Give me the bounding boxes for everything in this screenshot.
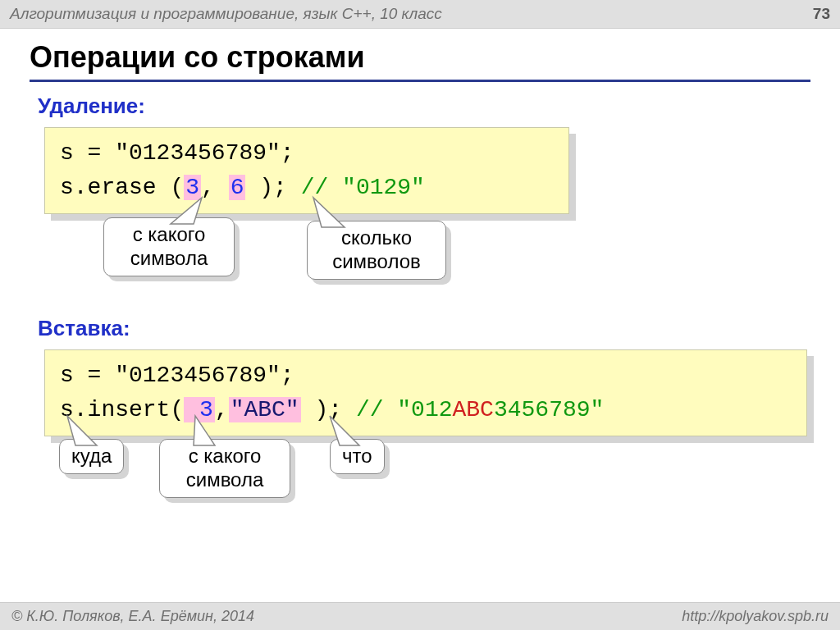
footer-bar: © К.Ю. Поляков, Е.А. Ерёмин, 2014 http:/… xyxy=(0,602,840,630)
course-label: Алгоритмизация и программирование, язык … xyxy=(10,5,442,23)
callout-how-many: сколько символов xyxy=(307,221,446,280)
callout-what: что xyxy=(330,439,385,474)
code-block-erase: s = "0123456789"; s.erase (3, 6 ); // "0… xyxy=(44,127,569,214)
code-line-2: s.erase (3, 6 ); // "0129" xyxy=(60,171,554,205)
footer-authors: © К.Ю. Поляков, Е.А. Ерёмин, 2014 xyxy=(11,608,254,625)
slide-content: Операции со строками Удаление: s = "0123… xyxy=(0,29,840,436)
callout-from-which-char-2: с какого символа xyxy=(159,439,290,498)
svg-marker-3 xyxy=(194,416,215,445)
code-block-insert: s = "0123456789"; s.insert( 3,"ABC" ); /… xyxy=(44,349,807,436)
page-title: Операции со строками xyxy=(30,40,810,82)
svg-marker-0 xyxy=(171,198,202,224)
callout-from-which-char-1: с какого символа xyxy=(103,217,235,276)
svg-marker-2 xyxy=(67,416,97,445)
header-bar: Алгоритмизация и программирование, язык … xyxy=(0,0,840,29)
page-number: 73 xyxy=(813,5,830,23)
section-heading-delete: Удаление: xyxy=(38,94,810,119)
section-heading-insert: Вставка: xyxy=(38,316,810,341)
callout-where: куда xyxy=(59,439,124,474)
footer-url: http://kpolyakov.spb.ru xyxy=(682,608,829,625)
svg-marker-4 xyxy=(330,416,359,445)
code-line-1: s = "0123456789"; xyxy=(60,136,554,171)
code-line-4: s.insert( 3,"ABC" ); // "012ABC3456789" xyxy=(60,393,792,427)
svg-marker-1 xyxy=(313,198,345,227)
code-line-3: s = "0123456789"; xyxy=(60,358,792,393)
